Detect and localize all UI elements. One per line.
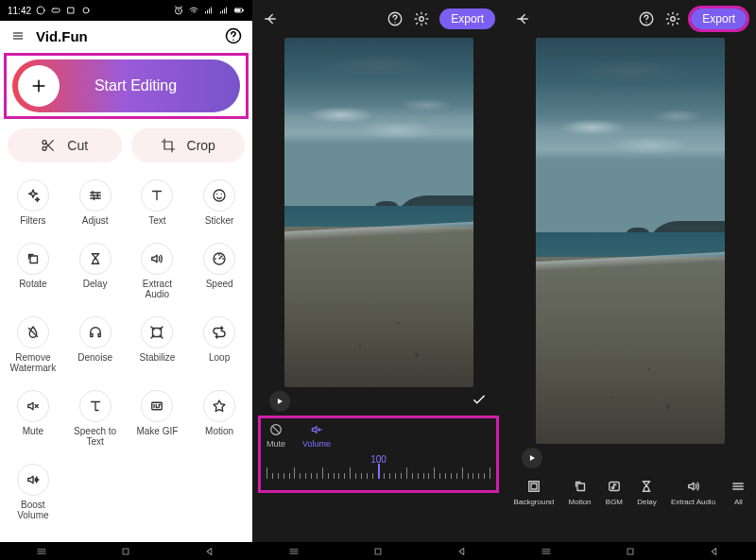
- hamburger-icon[interactable]: [9, 29, 26, 42]
- svg-point-3: [83, 8, 89, 13]
- volume-ruler[interactable]: 100: [266, 456, 490, 484]
- editor-bottom-toolbar: Background Motion BGM Delay Extract Audi…: [505, 472, 756, 514]
- back-nav-icon[interactable]: [708, 545, 721, 558]
- play-button[interactable]: [522, 448, 542, 468]
- signal-icon: [218, 5, 230, 16]
- volume-panel: Mute Volume 100: [258, 416, 499, 493]
- recents-icon[interactable]: [287, 545, 301, 558]
- svg-point-16: [420, 17, 424, 22]
- wifi-icon: [188, 5, 199, 16]
- tool-adjust[interactable]: Adjust: [64, 174, 127, 231]
- tool-motion[interactable]: Motion: [188, 384, 250, 452]
- home-screen: 11:42 Vid.Fun Start Editing: [0, 0, 252, 542]
- svg-point-19: [671, 17, 676, 22]
- status-icon: [35, 5, 46, 16]
- headphones-icon: [87, 324, 104, 341]
- editor-top-bar: Export: [505, 0, 756, 38]
- tool-sticker[interactable]: Sticker: [188, 174, 250, 231]
- tool-filters[interactable]: Filters: [2, 174, 64, 231]
- android-navbar: [252, 542, 505, 560]
- help-icon[interactable]: [387, 10, 404, 27]
- plus-icon: [18, 65, 60, 107]
- menu-icon: [730, 478, 747, 495]
- svg-rect-22: [577, 484, 585, 491]
- loop-icon: [211, 324, 228, 341]
- svg-rect-1: [52, 8, 60, 12]
- recents-icon[interactable]: [35, 545, 48, 558]
- tool-make-gif[interactable]: Make GIF: [127, 384, 189, 452]
- video-preview: [536, 38, 725, 444]
- android-navbar: [0, 542, 252, 560]
- tool-remove-watermark[interactable]: Remove Watermark: [2, 311, 64, 379]
- editor-volume-screen: Export Mute Volume 100: [252, 0, 505, 542]
- home-icon[interactable]: [371, 545, 385, 558]
- svg-rect-27: [627, 549, 633, 554]
- export-button[interactable]: Export: [691, 8, 747, 29]
- svg-rect-26: [375, 549, 381, 554]
- back-nav-icon[interactable]: [203, 545, 216, 558]
- bt-background[interactable]: Background: [514, 478, 555, 506]
- tool-loop[interactable]: Loop: [188, 311, 250, 379]
- mute-tab[interactable]: Mute: [266, 422, 285, 449]
- crop-label: Crop: [187, 138, 215, 153]
- home-icon[interactable]: [119, 545, 132, 558]
- start-editing-button[interactable]: Start Editing: [12, 59, 240, 112]
- crop-icon: [161, 138, 176, 153]
- gear-icon[interactable]: [664, 10, 681, 27]
- volume-up-icon: [25, 471, 42, 488]
- tool-delay[interactable]: Delay: [64, 237, 127, 305]
- home-icon[interactable]: [624, 545, 637, 558]
- motion-icon: [572, 478, 589, 495]
- android-navbar: [504, 542, 756, 560]
- tool-rotate[interactable]: Rotate: [2, 237, 64, 305]
- prohibit-icon: [268, 422, 284, 437]
- bt-delay[interactable]: Delay: [637, 478, 656, 506]
- background-icon: [525, 478, 542, 495]
- bt-all[interactable]: All: [730, 478, 747, 506]
- tool-extract-audio[interactable]: Extract Audio: [127, 237, 189, 305]
- volume-tab[interactable]: Volume: [302, 422, 331, 449]
- scissors-icon: [41, 138, 56, 153]
- back-icon[interactable]: [514, 10, 531, 27]
- tool-mute[interactable]: Mute: [2, 384, 64, 452]
- tool-stabilize[interactable]: Stabilize: [127, 311, 189, 379]
- gauge-icon: [211, 250, 228, 267]
- gear-icon[interactable]: [413, 10, 430, 27]
- droplet-off-icon: [25, 324, 42, 341]
- play-button[interactable]: [269, 391, 290, 412]
- tool-boost-volume[interactable]: Boost Volume: [2, 458, 64, 526]
- app-title: Vid.Fun: [36, 28, 88, 44]
- tool-denoise[interactable]: Denoise: [64, 311, 127, 379]
- svg-rect-14: [152, 402, 163, 410]
- tool-text[interactable]: Text: [127, 174, 189, 231]
- export-button[interactable]: Export: [439, 8, 495, 29]
- text-icon: [148, 187, 165, 204]
- video-preview: [284, 38, 473, 387]
- status-time: 11:42: [8, 6, 31, 16]
- hourglass-icon: [638, 478, 655, 495]
- cut-button[interactable]: Cut: [8, 128, 122, 162]
- back-nav-icon[interactable]: [455, 545, 469, 558]
- confirm-button[interactable]: [471, 391, 488, 412]
- recents-icon[interactable]: [540, 545, 553, 558]
- editor-top-bar: Export: [252, 0, 505, 38]
- tool-grid: Filters Adjust Text Sticker Rotate Delay…: [0, 170, 252, 534]
- volume-up-icon: [309, 422, 324, 437]
- smiley-icon: [211, 187, 228, 204]
- star-icon: [211, 398, 228, 415]
- bt-extract-audio[interactable]: Extract Audio: [671, 478, 715, 506]
- back-icon[interactable]: [262, 10, 279, 27]
- crop-button[interactable]: Crop: [131, 128, 246, 162]
- bt-motion[interactable]: Motion: [569, 478, 592, 506]
- tool-speed[interactable]: Speed: [188, 237, 250, 305]
- tool-speech-to-text[interactable]: Speech to Text: [64, 384, 127, 452]
- hourglass-icon: [87, 250, 104, 267]
- help-icon[interactable]: [638, 10, 655, 27]
- battery-icon: [233, 5, 245, 16]
- cut-label: Cut: [67, 138, 88, 153]
- help-icon[interactable]: [224, 26, 243, 45]
- bt-bgm[interactable]: BGM: [606, 478, 623, 506]
- svg-point-0: [37, 7, 44, 14]
- volume-icon: [148, 250, 165, 267]
- sliders-icon: [87, 187, 104, 204]
